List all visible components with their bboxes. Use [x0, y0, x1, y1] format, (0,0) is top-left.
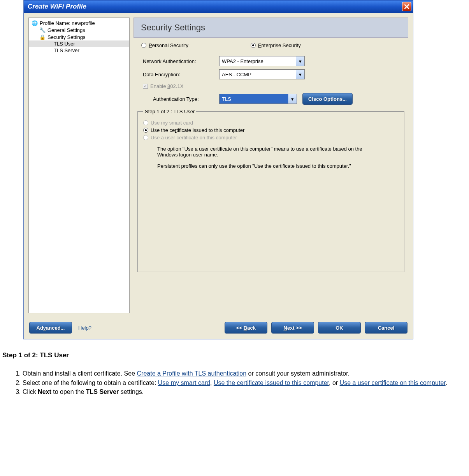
radio-cert-user: Use a user certificate on this computer: [143, 135, 399, 141]
radio-icon: [143, 135, 148, 140]
chevron-down-icon: ▾: [296, 70, 304, 79]
net-auth-combo[interactable]: WPA2 - Enterprise ▾: [219, 56, 305, 66]
info-paragraph: The option "Use a user certificate on th…: [157, 146, 375, 158]
tree-label: TLS User: [54, 41, 75, 47]
combo-value: TLS: [222, 96, 231, 102]
button-label: << Back: [236, 325, 256, 331]
radio-smart-card: Use my smart card: [143, 120, 399, 126]
chevron-down-icon: ▾: [288, 94, 297, 104]
combo-value: WPA2 - Enterprise: [222, 58, 263, 64]
close-icon: [404, 4, 409, 9]
button-label: Cancel: [378, 325, 395, 331]
link-cert-computer[interactable]: Use the certificate issued to this compu…: [214, 379, 329, 386]
help-link[interactable]: Help?: [78, 325, 91, 331]
radio-enterprise-security[interactable]: Enterprise Security: [251, 42, 301, 48]
tree-label: General Settings: [47, 27, 85, 33]
globe-icon: 🌐: [31, 20, 38, 26]
net-auth-label: Network Authentication:: [137, 58, 219, 64]
radio-icon: [141, 43, 146, 48]
close-button[interactable]: [402, 2, 411, 11]
tree-profile-name[interactable]: 🌐 Profile Name: newprofile: [29, 19, 129, 26]
doc-step-2: Select one of the following to obtain a …: [23, 379, 467, 387]
radio-label: Use my smart card: [151, 120, 193, 126]
back-button[interactable]: << Back: [225, 322, 267, 334]
radio-icon: [251, 43, 256, 48]
data-enc-combo[interactable]: AES - CCMP ▾: [219, 69, 305, 79]
fieldset-legend: Step 1 of 2 : TLS User: [143, 109, 196, 114]
tool-icon: 🔧: [39, 27, 46, 33]
advanced-button[interactable]: Advanced...: [29, 322, 72, 334]
radio-label: Use the certificate issued to this compu…: [151, 127, 244, 133]
window-title: Create WiFi Profile: [28, 3, 86, 11]
panel-heading: Security Settings: [133, 18, 408, 38]
button-label: OK: [336, 325, 343, 331]
radio-label: ersonal Security: [152, 42, 188, 48]
doc-section: Step 1 of 2: TLS User Obtain and install…: [0, 339, 469, 405]
button-label: Cisco Options...: [308, 96, 347, 102]
cisco-options-button[interactable]: Cisco Options...: [302, 93, 353, 105]
info-paragraph: Persistent profiles can only use the opt…: [157, 163, 375, 169]
lock-icon: 🔒: [39, 34, 46, 40]
cancel-button[interactable]: Cancel: [365, 322, 408, 334]
button-bar: Advanced... Help? << Back Next >> OK Can…: [24, 318, 413, 339]
ok-button[interactable]: OK: [318, 322, 361, 334]
auth-type-combo[interactable]: TLS ▾: [219, 94, 297, 104]
link-create-profile-tls[interactable]: Create a Profile with TLS authentication: [137, 370, 247, 377]
radio-icon: [143, 128, 148, 133]
tree-label: TLS Server: [54, 47, 79, 53]
radio-cert-computer[interactable]: Use the certificate issued to this compu…: [143, 127, 399, 133]
radio-label: nterprise Security: [262, 42, 301, 48]
doc-heading: Step 1 of 2: TLS User: [2, 351, 467, 360]
tree-tls-user[interactable]: TLS User: [29, 40, 129, 47]
enable-8021x-checkbox: ✓ Enable 802.1X: [143, 83, 404, 89]
tree-label: Profile Name: newprofile: [40, 20, 95, 26]
button-label: Advanced...: [37, 325, 65, 331]
data-enc-label: Data Encryption:: [137, 72, 219, 77]
link-use-smart-card[interactable]: Use my smart card: [158, 379, 210, 386]
info-text: The option "Use a user certificate on th…: [157, 146, 375, 169]
main-panel: Security Settings Personal Security Ente…: [133, 18, 408, 313]
combo-value: AES - CCMP: [222, 72, 251, 77]
auth-type-label: Authentication Type:: [137, 96, 219, 102]
checkbox-icon: ✓: [143, 84, 148, 89]
button-label: Next >>: [284, 325, 302, 331]
doc-step-1: Obtain and install a client certificate.…: [23, 369, 467, 378]
nav-tree: 🌐 Profile Name: newprofile 🔧 General Set…: [28, 18, 130, 313]
tls-user-fieldset: Step 1 of 2 : TLS User Use my smart card…: [137, 109, 404, 272]
checkbox-label: Enable 802.1X: [150, 83, 183, 89]
wifi-profile-dialog: Create WiFi Profile 🌐 Profile Name: newp…: [23, 0, 413, 339]
radio-personal-security[interactable]: Personal Security: [141, 42, 188, 48]
tree-tls-server[interactable]: TLS Server: [29, 47, 129, 54]
radio-icon: [143, 120, 148, 125]
radio-label: Use a user certificate on this computer: [151, 135, 237, 141]
chevron-down-icon: ▾: [296, 56, 304, 66]
tree-security-settings[interactable]: 🔒 Security Settings: [29, 33, 129, 40]
tree-label: Security Settings: [47, 34, 86, 40]
tree-general-settings[interactable]: 🔧 General Settings: [29, 26, 129, 33]
doc-step-3: Click Next to open the TLS Server settin…: [23, 388, 467, 396]
link-cert-user[interactable]: Use a user certificate on this computer: [340, 379, 446, 386]
titlebar: Create WiFi Profile: [24, 0, 413, 13]
next-button[interactable]: Next >>: [271, 322, 314, 334]
